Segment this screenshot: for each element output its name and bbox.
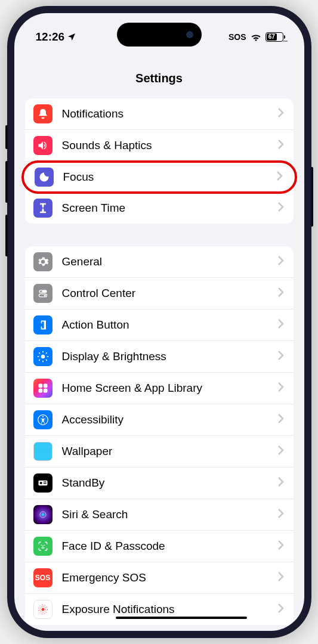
row-label: Wallpaper bbox=[62, 445, 278, 458]
chevron-right-icon bbox=[277, 171, 283, 183]
svg-point-25 bbox=[41, 513, 44, 516]
row-label: Exposure Notifications bbox=[62, 603, 278, 616]
svg-point-10 bbox=[42, 416, 44, 418]
svg-rect-7 bbox=[38, 389, 42, 393]
row-label: Siri & Search bbox=[62, 508, 278, 521]
svg-point-15 bbox=[45, 450, 47, 452]
display-icon bbox=[33, 347, 53, 366]
screen: 12:26 SOS 67 •••• Settings Noti bbox=[14, 13, 304, 631]
row-label: General bbox=[62, 255, 278, 268]
settings-row-sounds[interactable]: Sounds & Haptics bbox=[25, 130, 294, 162]
accessibility-icon bbox=[33, 410, 53, 429]
sos-indicator: SOS bbox=[229, 32, 246, 42]
notifications-icon bbox=[33, 104, 53, 123]
settings-row-face-id[interactable]: Face ID & Passcode bbox=[25, 531, 294, 562]
row-label: Face ID & Passcode bbox=[62, 540, 278, 553]
row-label: Accessibility bbox=[62, 413, 278, 426]
svg-point-27 bbox=[44, 545, 45, 546]
svg-point-4 bbox=[41, 355, 45, 359]
chevron-right-icon bbox=[278, 477, 284, 489]
home-screen-icon bbox=[33, 379, 53, 398]
status-time: 12:26 bbox=[36, 30, 65, 44]
chevron-right-icon bbox=[278, 140, 284, 151]
chevron-right-icon bbox=[278, 540, 284, 552]
settings-row-control-center[interactable]: Control Center bbox=[25, 278, 294, 309]
svg-point-19 bbox=[44, 453, 46, 455]
siri-icon bbox=[33, 505, 53, 524]
chevron-right-icon bbox=[278, 287, 284, 299]
power-button bbox=[311, 167, 313, 227]
settings-row-notifications[interactable]: Notifications bbox=[25, 98, 294, 130]
chevron-right-icon bbox=[278, 445, 284, 457]
wallpaper-icon bbox=[33, 442, 53, 461]
settings-row-accessibility[interactable]: Accessibility bbox=[25, 404, 294, 436]
chevron-right-icon bbox=[278, 351, 284, 363]
svg-rect-8 bbox=[43, 389, 47, 393]
svg-point-26 bbox=[41, 545, 42, 546]
general-icon bbox=[33, 252, 53, 271]
svg-rect-23 bbox=[43, 483, 46, 484]
volume-button bbox=[5, 215, 8, 256]
chevron-right-icon bbox=[278, 319, 284, 331]
phone-frame: 12:26 SOS 67 •••• Settings Noti bbox=[7, 6, 311, 638]
svg-point-17 bbox=[44, 448, 46, 450]
settings-group-2: General Control Center Action Button bbox=[25, 246, 294, 625]
settings-row-screen-time[interactable]: Screen Time bbox=[25, 193, 294, 224]
focus-icon bbox=[35, 168, 54, 187]
svg-point-14 bbox=[38, 450, 40, 452]
settings-row-home-screen[interactable]: Home Screen & App Library bbox=[25, 373, 294, 404]
row-label: Focus bbox=[63, 171, 277, 184]
settings-row-emergency-sos[interactable]: SOS Emergency SOS bbox=[25, 562, 294, 594]
svg-rect-22 bbox=[43, 482, 46, 482]
settings-row-standby[interactable]: StandBy bbox=[25, 467, 294, 499]
chevron-right-icon bbox=[278, 603, 284, 615]
svg-point-11 bbox=[41, 450, 44, 453]
svg-point-13 bbox=[42, 454, 44, 456]
face-id-icon bbox=[33, 537, 53, 556]
row-label: Notifications bbox=[62, 107, 278, 120]
settings-row-display[interactable]: Display & Brightness bbox=[25, 341, 294, 373]
chevron-right-icon bbox=[278, 256, 284, 268]
row-label: Sounds & Haptics bbox=[62, 139, 278, 152]
screen-time-icon bbox=[33, 199, 53, 218]
settings-row-action-button[interactable]: Action Button bbox=[25, 309, 294, 341]
chevron-right-icon bbox=[278, 382, 284, 394]
svg-point-12 bbox=[42, 447, 44, 449]
svg-rect-6 bbox=[43, 384, 47, 388]
settings-row-general[interactable]: General bbox=[25, 246, 294, 278]
row-label: Home Screen & App Library bbox=[62, 382, 278, 395]
settings-group-1: Notifications Sounds & Haptics Focus bbox=[25, 98, 294, 224]
svg-point-3 bbox=[44, 295, 45, 296]
row-label: Action Button bbox=[62, 318, 278, 332]
action-button-icon bbox=[33, 315, 53, 335]
settings-row-siri[interactable]: Siri & Search bbox=[25, 499, 294, 531]
settings-row-wallpaper[interactable]: Wallpaper bbox=[25, 436, 294, 467]
control-center-icon bbox=[33, 284, 53, 303]
chevron-right-icon bbox=[278, 202, 284, 214]
battery-indicator: 67 bbox=[265, 32, 285, 42]
settings-row-exposure[interactable]: Exposure Notifications bbox=[25, 594, 294, 625]
content-area: Settings Notifications Sounds & Haptics bbox=[14, 13, 304, 631]
page-title: Settings bbox=[14, 61, 304, 98]
chevron-right-icon bbox=[278, 414, 284, 426]
dynamic-island bbox=[117, 23, 202, 47]
row-label: Control Center bbox=[62, 287, 278, 300]
row-label: StandBy bbox=[62, 476, 278, 490]
home-indicator-overlay bbox=[116, 617, 247, 619]
chevron-right-icon bbox=[278, 509, 284, 521]
chevron-right-icon bbox=[278, 108, 284, 120]
chevron-right-icon bbox=[278, 572, 284, 584]
row-label: Display & Brightness bbox=[62, 350, 278, 363]
location-icon bbox=[67, 32, 76, 42]
row-label: Screen Time bbox=[62, 202, 278, 215]
sounds-icon bbox=[33, 136, 53, 155]
svg-point-2 bbox=[40, 290, 42, 292]
settings-row-focus[interactable]: Focus bbox=[21, 160, 297, 194]
row-label: Emergency SOS bbox=[62, 571, 278, 584]
svg-point-18 bbox=[39, 453, 41, 455]
wifi-icon bbox=[251, 33, 261, 41]
svg-point-21 bbox=[39, 482, 42, 484]
exposure-icon bbox=[33, 600, 53, 619]
svg-point-28 bbox=[41, 608, 44, 611]
svg-rect-5 bbox=[38, 384, 42, 388]
